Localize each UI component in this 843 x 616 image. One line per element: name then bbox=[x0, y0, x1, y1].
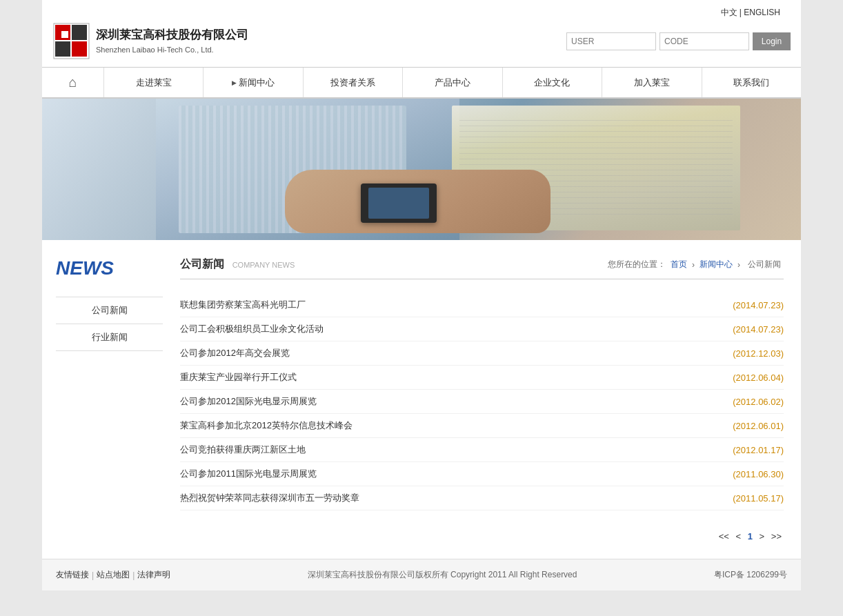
section-title: 公司新闻 bbox=[180, 258, 224, 270]
news-item: 公司工会积极组织员工业余文化活动 (2014.07.23) bbox=[180, 317, 784, 341]
nav-item-investor[interactable]: 投资者关系 bbox=[304, 68, 403, 97]
nav-item-join[interactable]: 加入莱宝 bbox=[602, 68, 702, 97]
news-link[interactable]: 重庆莱宝产业园举行开工仪式 bbox=[180, 371, 297, 384]
logo-text: 深圳莱宝高科技股份有限公司 Shenzhen Laibao Hi-Tech Co… bbox=[96, 26, 248, 57]
footer: 友情链接 | 站点地图 | 法律声明 深圳莱宝高科技股份有限公司版权所有 Cop… bbox=[42, 559, 801, 590]
lang-zh-link[interactable]: 中文 bbox=[721, 8, 737, 17]
pagination-first[interactable]: << bbox=[719, 531, 729, 542]
news-item: 重庆莱宝产业园举行开工仪式 (2012.06.04) bbox=[180, 366, 784, 390]
pagination-next[interactable]: > bbox=[760, 531, 765, 542]
nav-item-product[interactable]: 产品中心 bbox=[403, 68, 502, 97]
navigation: ⌂ 走进莱宝 ▶新闻中心 投资者关系 产品中心 企业文化 加入莱宝 联系我们 bbox=[42, 67, 801, 99]
breadcrumb: 您所在的位置： 首页 › 新闻中心 › 公司新闻 bbox=[605, 259, 784, 270]
breadcrumb-home[interactable]: 首页 bbox=[671, 259, 687, 270]
nav-arrow-news: ▶ bbox=[232, 79, 237, 86]
news-link[interactable]: 公司参加2012国际光电显示周展览 bbox=[180, 395, 317, 408]
news-date: (2014.07.23) bbox=[733, 300, 784, 310]
news-link[interactable]: 联想集团劳察莱宝高科光明工厂 bbox=[180, 299, 306, 311]
nav-item-about[interactable]: 走进莱宝 bbox=[104, 68, 204, 97]
nav-item-culture[interactable]: 企业文化 bbox=[503, 68, 602, 97]
logo-svg bbox=[52, 22, 90, 60]
news-link[interactable]: 公司参加2011国际光电显示周展览 bbox=[180, 468, 317, 480]
page-wrapper: 中文 | ENGLISH 深 bbox=[42, 0, 801, 590]
hero-figure-phone-screen bbox=[368, 188, 429, 219]
svg-rect-3 bbox=[55, 41, 70, 57]
code-input[interactable] bbox=[659, 32, 749, 50]
news-link[interactable]: 公司参加2012年高交会展览 bbox=[180, 347, 290, 359]
section-title-area: 公司新闻 COMPANY NEWS bbox=[180, 257, 295, 272]
pagination-current: 1 bbox=[748, 531, 753, 542]
news-link[interactable]: 公司竞拍获得重庆两江新区土地 bbox=[180, 444, 306, 456]
news-item: 热烈祝贺钟荣萃同志获得深圳市五一劳动奖章 (2011.05.17) bbox=[180, 486, 784, 510]
nav-home-item[interactable]: ⌂ bbox=[42, 68, 104, 97]
main-content: 公司新闻 COMPANY NEWS 您所在的位置： 首页 › 新闻中心 › 公司… bbox=[180, 257, 784, 542]
news-date: (2012.06.01) bbox=[733, 421, 784, 431]
breadcrumb-label: 您所在的位置： bbox=[608, 259, 666, 270]
news-item: 公司参加2012国际光电显示周展览 (2012.06.02) bbox=[180, 390, 784, 414]
logo-area: 深圳莱宝高科技股份有限公司 Shenzhen Laibao Hi-Tech Co… bbox=[52, 22, 248, 60]
footer-sep2: | bbox=[132, 570, 135, 580]
footer-links: 友情链接 | 站点地图 | 法律声明 bbox=[56, 569, 170, 581]
svg-rect-2 bbox=[72, 41, 87, 57]
news-date: (2012.06.04) bbox=[733, 372, 784, 383]
breadcrumb-current: 公司新闻 bbox=[748, 259, 781, 270]
nav-item-news[interactable]: ▶新闻中心 bbox=[204, 68, 303, 97]
user-input[interactable] bbox=[566, 32, 656, 50]
news-date: (2011.06.30) bbox=[733, 469, 784, 479]
news-link[interactable]: 莱宝高科参加北京2012英特尔信息技术峰会 bbox=[180, 419, 353, 432]
logo-company-name-cn: 深圳莱宝高科技股份有限公司 bbox=[96, 26, 248, 44]
lang-en-link[interactable]: ENGLISH bbox=[744, 8, 780, 17]
news-date: (2012.12.03) bbox=[733, 348, 784, 359]
news-link[interactable]: 公司工会积极组织员工业余文化活动 bbox=[180, 323, 324, 335]
sidebar: NEWS 公司新闻 行业新闻 bbox=[56, 257, 163, 542]
section-header: 公司新闻 COMPANY NEWS 您所在的位置： 首页 › 新闻中心 › 公司… bbox=[180, 257, 784, 279]
hero-banner bbox=[42, 99, 801, 240]
breadcrumb-sep2: › bbox=[737, 260, 740, 270]
logo-company-name-en: Shenzhen Laibao Hi-Tech Co., Ltd. bbox=[96, 44, 248, 57]
news-item: 公司参加2011国际光电显示周展览 (2011.06.30) bbox=[180, 462, 784, 486]
content-area: NEWS 公司新闻 行业新闻 公司新闻 COMPANY NEWS 您所在的位置：… bbox=[42, 240, 801, 559]
language-switcher: 中文 | ENGLISH bbox=[711, 3, 791, 19]
footer-link-sitemap[interactable]: 站点地图 bbox=[97, 569, 130, 581]
footer-sep1: | bbox=[92, 570, 94, 580]
news-date: (2011.05.17) bbox=[733, 493, 784, 504]
footer-link-legal[interactable]: 法律声明 bbox=[137, 569, 170, 581]
news-item: 公司竞拍获得重庆两江新区土地 (2012.01.17) bbox=[180, 438, 784, 462]
news-item: 公司参加2012年高交会展览 (2012.12.03) bbox=[180, 341, 784, 366]
news-item: 莱宝高科参加北京2012英特尔信息技术峰会 (2012.06.01) bbox=[180, 414, 784, 438]
pagination: << < 1 > >> bbox=[180, 531, 784, 542]
page-top: 中文 | ENGLISH 深 bbox=[42, 0, 801, 67]
login-button[interactable]: Login bbox=[753, 32, 791, 50]
pagination-last[interactable]: >> bbox=[771, 531, 782, 542]
news-date: (2012.06.02) bbox=[733, 397, 784, 407]
top-row: 中文 | ENGLISH bbox=[42, 0, 801, 19]
login-area: Login bbox=[566, 32, 791, 50]
section-subtitle: COMPANY NEWS bbox=[232, 261, 295, 269]
logo-icon bbox=[52, 22, 90, 60]
svg-rect-5 bbox=[61, 31, 68, 38]
sidebar-item-industry-news[interactable]: 行业新闻 bbox=[56, 324, 163, 351]
news-date: (2012.01.17) bbox=[733, 445, 784, 455]
breadcrumb-sep1: › bbox=[692, 260, 695, 270]
news-link[interactable]: 热烈祝贺钟荣萃同志获得深圳市五一劳动奖章 bbox=[180, 492, 359, 504]
news-item: 联想集团劳察莱宝高科光明工厂 (2014.07.23) bbox=[180, 293, 784, 317]
breadcrumb-news-center[interactable]: 新闻中心 bbox=[700, 259, 733, 270]
footer-copyright: 深圳莱宝高科技股份有限公司版权所有 Copyright 2011 All Rig… bbox=[308, 569, 577, 581]
nav-item-contact[interactable]: 联系我们 bbox=[702, 68, 801, 97]
home-icon: ⌂ bbox=[68, 74, 77, 90]
svg-rect-4 bbox=[72, 25, 87, 40]
news-date: (2014.07.23) bbox=[733, 324, 784, 335]
sidebar-item-company-news[interactable]: 公司新闻 bbox=[56, 297, 163, 324]
news-section-heading: NEWS bbox=[56, 257, 163, 279]
pagination-prev[interactable]: < bbox=[736, 531, 742, 542]
footer-icp: 粤ICP备 1206299号 bbox=[714, 569, 787, 581]
lang-separator: | bbox=[740, 8, 742, 17]
logo-login-row: 深圳莱宝高科技股份有限公司 Shenzhen Laibao Hi-Tech Co… bbox=[42, 19, 801, 67]
footer-link-friends[interactable]: 友情链接 bbox=[56, 569, 89, 581]
news-list: 联想集团劳察莱宝高科光明工厂 (2014.07.23) 公司工会积极组织员工业余… bbox=[180, 293, 784, 510]
